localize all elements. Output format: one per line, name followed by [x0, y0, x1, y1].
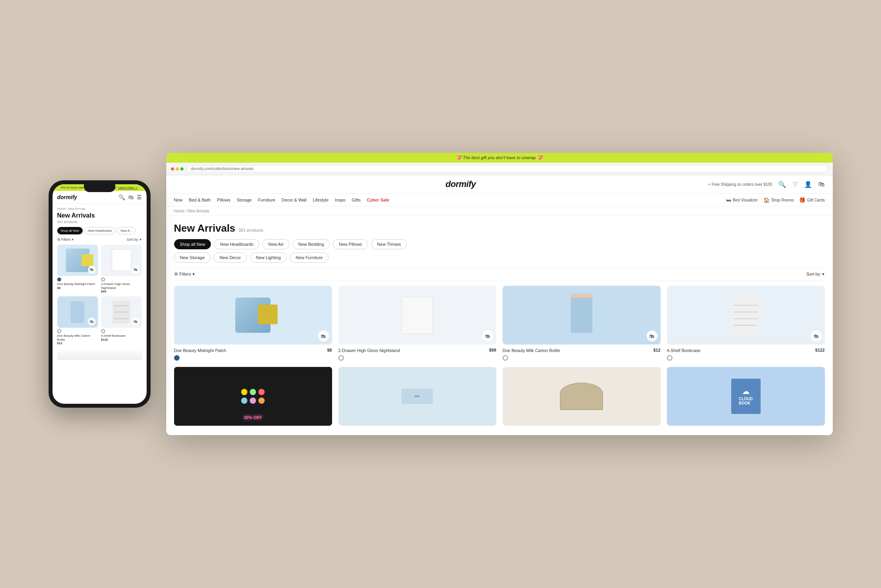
nav-item-bed-bath[interactable]: Bed & Bath — [189, 195, 211, 205]
mobile-product-card[interactable]: 🛍 Doe Beauty Milk Carton Bottle $12 — [57, 296, 98, 345]
browser-chrome: dormify.com/collections/new-arrivals — [166, 163, 833, 175]
mobile-tab-more[interactable]: New A... — [117, 227, 136, 234]
mobile-sort-btn[interactable]: Sort by: ▾ — [127, 238, 142, 241]
product-count: 301 products — [238, 228, 263, 232]
browser-traffic-lights — [171, 167, 183, 171]
product-color-swatch-white[interactable] — [503, 355, 508, 361]
product-color-swatch-blue[interactable] — [174, 355, 180, 361]
nav-item-inspo[interactable]: Inspo — [335, 195, 345, 205]
filter-tab-new-pillows[interactable]: New Pillows — [333, 239, 368, 249]
mobile-product-card[interactable]: 🛍 4-Shelf Bookcase $122 — [101, 296, 142, 345]
breadcrumb-home[interactable]: Home — [174, 209, 185, 213]
nav-item-decor-wall[interactable]: Decor & Wall — [282, 195, 307, 205]
wishlist-icon-btn[interactable]: ♡ — [792, 181, 798, 188]
headboard-shape — [560, 383, 603, 410]
sort-label: Sort by: ▾ — [807, 272, 825, 277]
product-card-patch[interactable]: 🛍 Doe Beauty Midnight Patch $8 — [174, 286, 332, 360]
breadcrumb-new-arrivals: New Arrivals — [188, 209, 210, 213]
mobile-color-dot-white[interactable] — [101, 329, 105, 333]
product-card-silk[interactable]: doe — [338, 367, 496, 429]
product-image-sticker: 30% OFF — [174, 367, 332, 426]
mobile-color-dot-white[interactable] — [101, 278, 105, 281]
mobile-search-icon[interactable]: 🔍 — [118, 194, 125, 200]
maximize-dot[interactable] — [180, 167, 183, 171]
filter-tab-new-throws[interactable]: New Throws — [371, 239, 407, 249]
product-card-bookcase[interactable]: 🛍 4-Shelf Bookcase $122 — [667, 286, 825, 360]
product-cart-btn[interactable]: 🛍 — [318, 330, 329, 341]
site-logo[interactable]: dormify — [445, 179, 476, 189]
product-card-milk[interactable]: 🛍 Doe Beauty Milk Carton Bottle $12 — [503, 286, 661, 360]
mobile-menu-icon[interactable]: ☰ — [137, 194, 142, 200]
filter-tab-new-decor[interactable]: New Decor — [214, 252, 247, 263]
filter-tab-new-bedding[interactable]: New Bedding — [292, 239, 330, 249]
mobile-filters-btn[interactable]: ⚙ Filters ▾ — [57, 238, 74, 241]
filter-tab-new-storage[interactable]: New Storage — [174, 252, 211, 263]
product-card-sticker[interactable]: 30% OFF — [174, 367, 332, 429]
product-card-nightstand[interactable]: 🛍 2-Drawer High Gloss Nightstand $99 — [338, 286, 496, 360]
shelf — [114, 312, 129, 312]
bed-icon: 🛏 — [726, 197, 731, 203]
product-cart-btn[interactable]: 🛍 — [482, 330, 493, 341]
close-dot[interactable] — [171, 167, 174, 171]
filter-tab-new-art[interactable]: New Art — [262, 239, 289, 249]
nav-item-pillows[interactable]: Pillows — [217, 195, 230, 205]
product-cart-btn[interactable]: 🛍 — [647, 330, 658, 341]
filter-tab-new-headboards[interactable]: New Headboards — [214, 239, 259, 249]
nav-tool-bed-visualizer[interactable]: 🛏 Bed Visualizer — [726, 197, 758, 203]
product-card-headboard[interactable] — [503, 367, 661, 429]
nav-tool-gift-cards[interactable]: 🎁 Gift Cards — [799, 197, 825, 203]
filter-icon: ⚙ — [174, 272, 178, 277]
nav-item-gifts[interactable]: Gifts — [352, 195, 361, 205]
filters-button[interactable]: ⚙ Filters ▾ — [174, 272, 195, 277]
promo-text[interactable]: 💝 The best gift you don't have to unwrap… — [456, 155, 542, 160]
filter-tab-new-lighting[interactable]: New Lighting — [250, 252, 287, 263]
mobile-cart-icon[interactable]: 🛍 — [128, 194, 134, 200]
mobile-content: Home / New Arrivals New Arrivals 301 pro… — [53, 204, 147, 363]
nav-item-lifestyle[interactable]: Lifestyle — [313, 195, 329, 205]
mobile-tab-shop-all[interactable]: Shop all New — [57, 227, 83, 234]
filter-tab-new-furniture[interactable]: New Furniture — [290, 252, 329, 263]
product-cart-btn[interactable]: 🛍 — [811, 330, 822, 341]
bed-visualizer-label: Bed Visualizer — [733, 198, 758, 202]
sort-button[interactable]: Sort by: ▾ — [807, 272, 825, 277]
mobile-product-card[interactable]: 🛍 Doe Beauty Midnight Patch $8 — [57, 245, 98, 293]
product-card-cloud[interactable]: ☁ CLOUDBOOK — [667, 367, 825, 429]
mobile-color-dot-blue[interactable] — [57, 278, 61, 281]
nav-item-furniture[interactable]: Furniture — [258, 195, 275, 205]
nav-item-new[interactable]: New — [174, 195, 183, 205]
mobile-product-card[interactable]: 🛍 2-Drawer High Gloss Nightstand $99 — [101, 245, 142, 293]
mobile-tab-headboards[interactable]: New Headboards — [84, 227, 116, 234]
product-name: 4-Shelf Bookcase — [667, 348, 812, 353]
product-grid-row1: 🛍 Doe Beauty Midnight Patch $8 🛍 — [174, 286, 825, 360]
nav-tool-shop-rooms[interactable]: 🏠 Shop Rooms — [763, 197, 794, 203]
browser-promo-banner: 💝 The best gift you don't have to unwrap… — [166, 153, 833, 163]
account-icon-btn[interactable]: 👤 — [804, 181, 812, 188]
product-color-swatch-white[interactable] — [667, 355, 672, 361]
mobile-cart-add-icon[interactable]: 🛍 — [132, 318, 140, 325]
nav-item-storage[interactable]: Storage — [236, 195, 252, 205]
browser-url-bar[interactable]: dormify.com/collections/new-arrivals — [187, 165, 828, 172]
phone-notch — [84, 184, 115, 192]
site-nav: New Bed & Bath Pillows Storage Furniture… — [166, 193, 833, 206]
mobile-product-price: $122 — [101, 338, 142, 341]
product-price: $12 — [653, 348, 660, 352]
site-nav-right: 🛏 Bed Visualizer 🏠 Shop Rooms 🎁 Gift Car… — [726, 197, 825, 203]
mobile-cart-add-icon[interactable]: 🛍 — [132, 266, 140, 274]
product-color-swatch-white[interactable] — [338, 355, 344, 361]
cart-icon-btn[interactable]: 🛍 — [818, 181, 825, 188]
mobile-logo: dormify — [57, 194, 77, 200]
mobile-cart-add-icon[interactable]: 🛍 — [88, 266, 96, 274]
product-info: 4-Shelf Bookcase $122 — [667, 348, 825, 353]
filter-tab-shop-all-new[interactable]: Shop all New — [174, 239, 211, 249]
mobile-product-price: $12 — [57, 341, 98, 345]
mobile-banner-link[interactable]: Learn more → — [118, 186, 138, 189]
silk-visual: doe — [338, 367, 496, 426]
mobile-cart-add-icon[interactable]: 🛍 — [88, 318, 96, 325]
mobile-filter-bar: ⚙ Filters ▾ Sort by: ▾ — [57, 238, 142, 241]
bookcase-visual — [732, 296, 759, 335]
nav-item-cyber-sale[interactable]: Cyber Sale — [367, 195, 389, 205]
minimize-dot[interactable] — [176, 167, 179, 171]
mobile-color-dot-white[interactable] — [57, 329, 61, 333]
search-icon-btn[interactable]: 🔍 — [778, 181, 786, 188]
product-image-nightstand: 🛍 — [338, 286, 496, 345]
